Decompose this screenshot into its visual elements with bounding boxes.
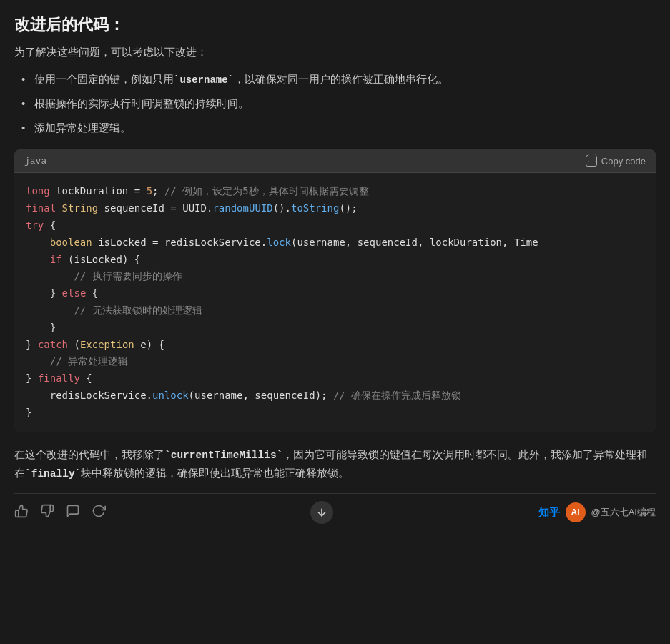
refresh-icon[interactable] [92, 504, 106, 522]
brand-info: 知乎 AI @五六七AI编程 [538, 502, 656, 522]
copy-code-button[interactable]: Copy code [586, 155, 646, 167]
bullet-list: 使用一个固定的键，例如只用`username`，以确保对同一用户的操作被正确地串… [14, 71, 656, 137]
code-header: java Copy code [14, 149, 656, 173]
copy-label: Copy code [601, 156, 646, 167]
list-item: 根据操作的实际执行时间调整锁的持续时间。 [21, 95, 656, 112]
dislike-icon[interactable] [40, 504, 54, 522]
brand-name: @五六七AI编程 [591, 506, 656, 519]
download-button[interactable] [310, 501, 333, 524]
list-item: 使用一个固定的键，例如只用`username`，以确保对同一用户的操作被正确地串… [21, 71, 656, 88]
brand-avatar: AI [566, 502, 586, 522]
section-title: 改进后的代码： [14, 14, 656, 36]
page-container: 改进后的代码： 为了解决这些问题，可以考虑以下改进： 使用一个固定的键，例如只用… [0, 0, 670, 534]
code-pre: long lockDuration = 5; // 例如，设定为5秒，具体时间根… [26, 183, 644, 421]
list-item: 添加异常处理逻辑。 [21, 119, 656, 137]
like-icon[interactable] [14, 504, 29, 522]
comment-icon[interactable] [66, 504, 80, 522]
code-lang: java [24, 156, 46, 167]
zhihu-logo: 知乎 [538, 506, 560, 520]
action-icons [14, 504, 106, 522]
intro-text: 为了解决这些问题，可以考虑以下改进： [14, 46, 656, 59]
bottom-text: 在这个改进的代码中，我移除了`currentTimeMillis`，因为它可能导… [14, 446, 656, 484]
copy-icon [586, 155, 597, 167]
code-block-wrapper: java Copy code long lockDuration = 5; //… [14, 149, 656, 431]
code-body: long lockDuration = 5; // 例如，设定为5秒，具体时间根… [14, 173, 656, 431]
bottom-bar: 知乎 AI @五六七AI编程 [14, 493, 656, 527]
